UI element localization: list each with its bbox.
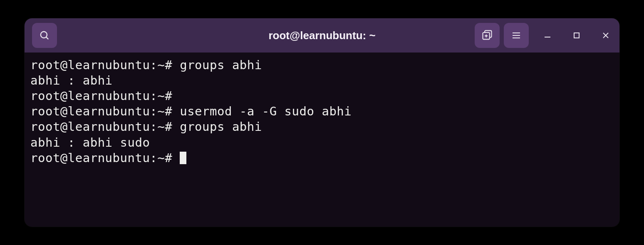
- terminal-line: root@learnubuntu:~# groups abhi: [30, 58, 614, 73]
- titlebar: root@learnubuntu: ~: [25, 18, 619, 52]
- terminal-line: root@learnubuntu:~# groups abhi: [30, 119, 614, 135]
- terminal-line: abhi : abhi sudo: [30, 135, 614, 150]
- svg-rect-9: [574, 33, 579, 38]
- minimize-icon: [544, 32, 551, 39]
- terminal-line: root@learnubuntu:~#: [30, 88, 614, 104]
- window-title: root@learnubuntu: ~: [268, 29, 375, 42]
- search-button[interactable]: [32, 23, 57, 48]
- terminal-line: abhi : abhi: [30, 73, 614, 88]
- hamburger-icon: [511, 30, 521, 40]
- terminal-line: root@learnubuntu:~#: [30, 150, 614, 166]
- maximize-icon: [573, 32, 580, 39]
- svg-line-1: [46, 37, 48, 39]
- window-controls: [541, 29, 612, 42]
- maximize-button[interactable]: [570, 29, 583, 42]
- close-icon: [602, 32, 609, 39]
- close-button[interactable]: [599, 29, 612, 42]
- new-tab-button[interactable]: [475, 23, 500, 48]
- svg-point-0: [41, 32, 47, 38]
- cursor: [180, 152, 186, 164]
- new-tab-icon: [481, 30, 493, 41]
- terminal-body[interactable]: root@learnubuntu:~# groups abhi abhi : a…: [25, 52, 619, 171]
- hamburger-menu-button[interactable]: [504, 23, 529, 48]
- terminal-window: root@learnubuntu: ~: [25, 18, 619, 227]
- search-icon: [39, 30, 50, 41]
- minimize-button[interactable]: [541, 29, 554, 42]
- terminal-line: root@learnubuntu:~# usermod -a -G sudo a…: [30, 104, 614, 119]
